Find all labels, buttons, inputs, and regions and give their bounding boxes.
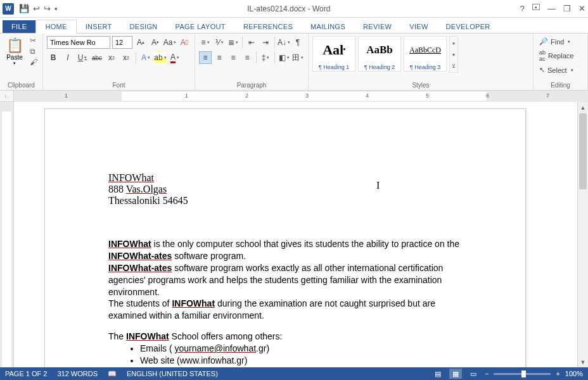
paste-button[interactable]: 📋 Paste ▾ [4,36,25,66]
ruler-bar: ∟ 1 1 2 3 4 5 6 7 [0,91,588,102]
cut-icon[interactable]: ✂ [30,36,37,45]
font-size-input[interactable] [112,36,132,49]
italic-button[interactable]: I [61,51,74,64]
redo-icon[interactable]: ↪ [44,4,51,13]
scroll-thumb[interactable] [579,113,587,189]
window-title: IL-ates0214.docx - Word [58,4,520,13]
group-paragraph: ≡ ⅟ ≣ ⇤ ⇥ A↓ ¶ ≡ ≡ ≡ ≡ ‡ ◧ 田 P [195,34,309,90]
document-page[interactable]: INFOWhat 888 Vas.Olgas Thessaloniki 5464… [44,108,526,367]
style-heading-1[interactable]: Aaŀ ¶ Heading 1 [312,36,355,72]
zoom-out-button[interactable]: − [485,370,489,377]
minimize-icon[interactable]: — [547,4,556,13]
align-center-button[interactable]: ≡ [213,51,226,64]
show-hide-button[interactable]: ¶ [291,36,304,49]
tab-page-layout[interactable]: PAGE LAYOUT [167,20,234,33]
shading-button[interactable]: ◧ [278,51,290,64]
shrink-font-button[interactable]: A▾ [149,36,162,49]
superscript-button[interactable]: x2 [120,51,132,64]
bold-button[interactable]: B [47,51,60,64]
find-button[interactable]: 🔎Find▾ [537,36,584,47]
tab-developer[interactable]: DEVELOPER [437,20,499,33]
grow-font-button[interactable]: A▴ [134,36,147,49]
status-language[interactable]: ENGLISH (UNITED STATES) [127,370,218,378]
horizontal-ruler[interactable]: 1 1 2 3 4 5 6 7 [14,91,588,102]
letterhead-block: INFOWhat 888 Vas.Olgas Thessaloniki 5464… [108,172,462,206]
page-scroll[interactable]: INFOWhat 888 Vas.Olgas Thessaloniki 5464… [14,102,577,367]
tab-insert[interactable]: INSERT [77,20,121,33]
format-painter-icon[interactable]: 🖌 [30,58,37,66]
font-color-button[interactable]: A [169,51,181,64]
styles-expand-icon[interactable]: ⊻ [450,60,457,72]
zoom-slider[interactable] [494,373,551,375]
strikethrough-button[interactable]: abc [91,51,103,64]
list-item: Web site (www.infowhat.gr) [140,355,462,367]
styles-gallery-more[interactable]: ▴ ▾ ⊻ [449,36,458,73]
ribbon: 📋 Paste ▾ ✂ ⧉ 🖌 Clipboard A▴ A▾ Aa A⃠ [0,34,588,91]
numbering-button[interactable]: ⅟ [213,36,226,49]
replace-icon: abac [539,49,546,62]
help-icon[interactable]: ? [520,4,525,13]
replace-button[interactable]: abacReplace [537,48,584,63]
view-read-mode-icon[interactable]: ▤ [431,369,444,379]
restore-icon[interactable]: ❐ [563,4,571,13]
change-case-button[interactable]: Aa [163,36,176,49]
decrease-indent-button[interactable]: ⇤ [245,36,258,49]
tab-references[interactable]: REFERENCES [234,20,302,33]
sort-button[interactable]: A↓ [278,36,290,49]
font-group-label: Font [47,82,191,89]
tab-design[interactable]: DESIGN [121,20,167,33]
styles-up-icon[interactable]: ▴ [450,37,457,49]
tab-view[interactable]: VIEW [400,20,437,33]
copy-icon[interactable]: ⧉ [30,47,37,56]
styles-group-label: Styles [312,82,529,89]
view-print-layout-icon[interactable]: ▦ [449,369,462,379]
status-proofing-icon[interactable]: 📖 [108,370,117,378]
status-words[interactable]: 312 WORDS [57,370,98,378]
tab-file[interactable]: FILE [3,20,35,33]
clear-formatting-button[interactable]: A⃠ [178,36,191,49]
styles-down-icon[interactable]: ▾ [450,49,457,61]
vertical-ruler[interactable] [0,102,14,367]
underline-button[interactable]: U [76,51,89,64]
zoom-slider-handle[interactable] [521,370,526,377]
justify-button[interactable]: ≡ [241,51,253,64]
scroll-up-icon[interactable]: ▲ [578,102,588,113]
vertical-scrollbar[interactable]: ▲ ▼ [577,102,588,367]
style-heading-3[interactable]: AaBbCcD ¶ Heading 3 [404,36,447,72]
tab-mailings[interactable]: MAILINGS [302,20,354,33]
align-right-button[interactable]: ≡ [227,51,240,64]
zoom-level[interactable]: 100% [565,370,583,377]
word-app-icon: W [3,3,14,15]
ribbon-display-icon[interactable]: ▴ [532,4,540,10]
highlight-button[interactable]: ab [154,51,167,64]
scroll-down-icon[interactable]: ▼ [578,357,588,367]
tab-selector[interactable]: ∟ [0,91,14,102]
subscript-button[interactable]: x2 [105,51,118,64]
close-icon[interactable]: ✕ [578,4,585,13]
font-name-input[interactable] [47,36,110,49]
text-effects-button[interactable]: A [139,51,152,64]
borders-button[interactable]: 田 [291,51,304,64]
style-heading-2[interactable]: AaBb ¶ Heading 2 [358,36,401,72]
zoom-in-button[interactable]: + [556,370,559,377]
line-spacing-button[interactable]: ‡ [259,51,272,64]
letterhead-line-3: Thessaloniki 54645 [108,195,462,206]
undo-icon[interactable]: ↩ [33,4,40,13]
body-para-4: The INFOWhat School offers among others: [108,331,462,343]
editing-group-label: Editing [537,82,584,89]
select-button[interactable]: ↖Select▾ [537,65,584,75]
increase-indent-button[interactable]: ⇥ [259,36,272,49]
text-cursor-icon: I [376,180,380,191]
body-para-3: The students of INFOWhat during the exam… [108,298,462,322]
find-icon: 🔎 [539,37,548,46]
view-web-layout-icon[interactable]: ▭ [467,369,480,379]
align-left-button[interactable]: ≡ [199,51,212,64]
tab-review[interactable]: REVIEW [354,20,400,33]
group-font: A▴ A▾ Aa A⃠ B I U abc x2 x2 A ab A Font [43,34,195,90]
tab-home[interactable]: HOME [35,20,76,34]
multilevel-list-button[interactable]: ≣ [227,36,240,49]
bullets-button[interactable]: ≡ [199,36,212,49]
save-icon[interactable]: 💾 [19,4,29,13]
status-page[interactable]: PAGE 1 OF 2 [5,370,47,378]
group-editing: 🔎Find▾ abacReplace ↖Select▾ Editing [534,34,588,90]
